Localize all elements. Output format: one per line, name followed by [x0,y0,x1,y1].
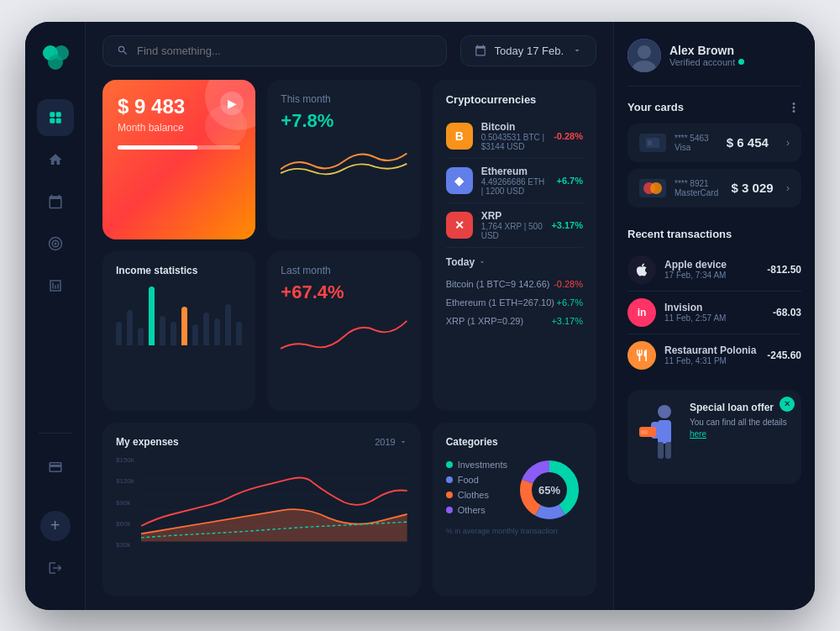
loan-content: Special loan offer You can find all the … [690,402,790,440]
food-label: Food [458,475,479,485]
cat-investments: Investments [446,460,507,470]
card-chip-visa [639,134,666,152]
cards-settings-icon[interactable] [786,100,801,115]
restaurant-amount: -245.60 [767,350,801,361]
crypto-card: Cryptocurrencies B Bitcoin 0.5043531 BTC… [433,80,596,412]
expenses-svg [116,456,407,549]
bar-6 [171,322,176,345]
svg-rect-23 [648,140,652,145]
svg-rect-4 [55,112,60,117]
invision-date: 11 Feb, 2:57 AM [664,313,764,323]
food-dot [446,476,453,483]
balance-label: Month balance [118,122,240,134]
card-visa-amount: $ 6 454 [727,135,769,150]
date-picker[interactable]: Today 17 Feb. [460,35,596,66]
cat-clothes: Clothes [446,490,507,500]
ethereum-name: Ethereum [481,166,549,177]
transaction-invision: in Invision 11 Feb, 2:57 AM -68.03 [627,292,801,334]
profile-info: Alex Brown Verified account [669,44,744,67]
today-ethereum-name: Ethereum (1 ETH=267.10) [446,297,554,308]
invision-info: Invision 11 Feb, 2:57 AM [664,302,764,323]
expenses-header: My expenses 2019 [116,436,407,448]
loan-link[interactable]: here [690,429,706,439]
others-label: Others [458,505,486,515]
ethereum-change: +6.7% [557,176,584,186]
sidebar-item-home[interactable] [37,141,74,178]
profile-status: Verified account [669,57,744,67]
this-month-value: +7.8% [281,110,407,132]
svg-rect-6 [55,118,60,123]
restaurant-info: Restaurant Polonia 11 Feb, 4:31 PM [664,344,759,365]
bar-3 [138,328,144,345]
xrp-info: XRP 1,764 XRP | 500 USD [481,210,543,240]
card-mastercard-chevron: › [786,182,790,194]
transactions-header: Recent transactions [627,228,801,240]
card-visa-brand: Visa [675,143,709,152]
header: Today 17 Feb. [86,22,613,80]
apple-amount: -812.50 [767,264,801,276]
bar-11 [225,304,231,345]
restaurant-icon [627,341,656,370]
loan-desc: You can find all the details here [690,417,790,440]
svg-rect-29 [665,442,671,459]
cards-section: Your cards **** 5463 Visa $ 6 454 › [627,100,801,214]
loan-description-text: You can find all the details [690,418,787,427]
verified-dot [738,59,744,65]
this-month-card: This month +7.8% [267,80,420,239]
cat-food: Food [446,475,507,485]
last-month-title: Last month [281,265,407,276]
logo [39,42,71,74]
last-month-chart [281,312,407,354]
main-content: Today 17 Feb. ▶ $ 9 483 Month balance Th… [86,22,613,610]
search-bar[interactable] [102,35,447,66]
sidebar-divider [39,433,72,434]
card-mastercard[interactable]: **** 8921 MasterCard $ 3 029 › [627,169,801,208]
bitcoin-change: -0.28% [554,131,583,141]
sidebar-item-reports[interactable] [37,267,74,304]
card-visa-left: **** 5463 Visa [639,134,709,152]
today-ethereum-change: +6.7% [557,297,584,308]
expenses-chart: $150k $120k $90k $60k $30k [116,456,407,549]
apple-info: Apple device 17 Feb, 7:34 AM [664,259,759,280]
bar-7 [181,307,187,345]
transactions-title: Recent transactions [627,228,732,240]
apple-date: 17 Feb, 7:34 AM [664,271,759,280]
sidebar-item-dashboard[interactable] [37,99,74,136]
app-container: + Today 17 Feb. ▶ $ 9 483 [25,22,815,610]
sidebar-item-logout[interactable] [37,549,74,586]
card-mastercard-left: **** 8921 MasterCard [639,179,718,197]
chevron-down-icon [572,45,582,55]
svg-rect-28 [658,442,664,459]
search-icon [117,45,129,56]
sidebar-item-analytics[interactable] [37,225,74,262]
add-button[interactable]: + [40,511,71,541]
expenses-year-value: 2019 [375,437,395,447]
card-chip-mastercard [639,179,666,197]
xrp-name: XRP [481,210,543,222]
balance-card: ▶ $ 9 483 Month balance [102,80,255,239]
loan-close-button[interactable]: ✕ [780,397,795,412]
today-ethereum: Ethereum (1 ETH=267.10) +6.7% [446,293,583,312]
svg-point-20 [638,45,651,59]
today-xrp-change: +3.17% [551,316,583,326]
sidebar-item-calendar[interactable] [37,183,74,220]
others-dot [446,507,453,513]
expenses-card: My expenses 2019 $150k $120k $90k $60k $… [102,423,421,596]
expenses-year[interactable]: 2019 [375,437,407,447]
search-input[interactable] [137,45,433,57]
svg-rect-5 [50,118,55,123]
loan-offer: ✕ Special loan offer You [627,390,801,484]
expenses-title: My expenses [116,436,179,448]
card-visa[interactable]: **** 5463 Visa $ 6 454 › [627,124,801,162]
restaurant-date: 11 Feb, 4:31 PM [664,356,759,365]
transaction-restaurant: Restaurant Polonia 11 Feb, 4:31 PM -245.… [627,334,801,376]
income-card: Income statistics [102,251,255,411]
card-visa-chevron: › [786,137,790,149]
balance-icon: ▶ [220,92,244,115]
cat-others: Others [446,505,507,515]
clothes-dot [446,492,453,498]
sidebar-nav [37,99,74,418]
xrp-detail: 1,764 XRP | 500 USD [481,222,543,240]
sidebar-item-cards[interactable] [37,449,74,486]
svg-point-9 [54,242,56,245]
